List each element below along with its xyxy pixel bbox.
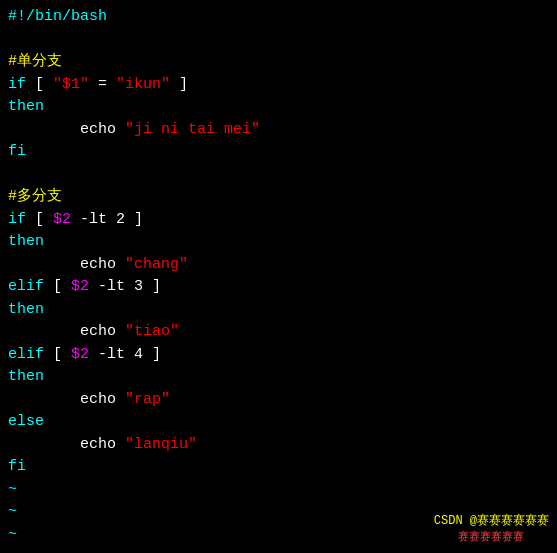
code-line-else1: else [8,411,549,434]
code-line-if1: if [ "$1" = "ikun" ] [8,74,549,97]
watermark: CSDN @赛赛赛赛赛赛 赛赛赛赛赛赛 [434,513,549,545]
code-line-comment1: #单分支 [8,51,549,74]
code-line-fi1: fi [8,141,549,164]
code-line-elif2: elif [ $2 -lt 4 ] [8,344,549,367]
code-line-echo3: echo "tiao" [8,321,549,344]
code-line-then3: then [8,299,549,322]
code-line-then4: then [8,366,549,389]
code-editor: #!/bin/bash​#单分支if [ "$1" = "ikun" ]then… [0,0,557,553]
watermark-line2: 赛赛赛赛赛赛 [434,530,549,545]
code-line-blank2: ​ [8,164,549,187]
code-line-fi2: fi [8,456,549,479]
code-line-if2: if [ $2 -lt 2 ] [8,209,549,232]
code-line-then2: then [8,231,549,254]
code-content: #!/bin/bash​#单分支if [ "$1" = "ikun" ]then… [8,6,549,546]
code-line-tilde1: ~ [8,479,549,502]
watermark-line1: CSDN @赛赛赛赛赛赛 [434,513,549,530]
code-line-blank1: ​ [8,29,549,52]
code-line-echo4: echo "rap" [8,389,549,412]
code-line-comment2: #多分支 [8,186,549,209]
code-line-echo5: echo "lanqiu" [8,434,549,457]
code-line-elif1: elif [ $2 -lt 3 ] [8,276,549,299]
code-line-echo1: echo "ji ni tai mei" [8,119,549,142]
code-line-echo2: echo "chang" [8,254,549,277]
code-line-then1: then [8,96,549,119]
code-line-shebang: #!/bin/bash [8,6,549,29]
